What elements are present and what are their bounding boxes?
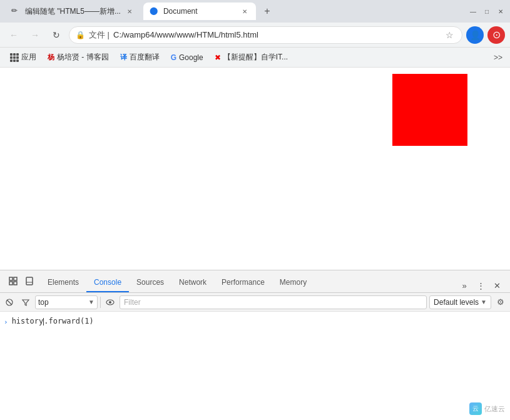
tab-blog-title: 编辑随笔 "HTML5——新增... bbox=[25, 6, 121, 17]
url-prefix: 文件 | bbox=[89, 29, 110, 41]
bookmark-blog[interactable]: 杨 杨培贤 - 博客园 bbox=[43, 50, 114, 65]
tab-document-favicon: ⬤ bbox=[150, 6, 160, 16]
bookmark-xtx-label: 【新提醒】自学IT... bbox=[223, 52, 288, 63]
console-gear-button[interactable]: ⚙ bbox=[494, 295, 507, 309]
console-eye-button[interactable] bbox=[103, 295, 117, 309]
close-button[interactable]: ✕ bbox=[496, 7, 505, 16]
bookmark-apps-label: 应用 bbox=[21, 52, 36, 63]
devtools-inspect-button[interactable] bbox=[6, 274, 20, 288]
devtools-right-icons: » ⋮ ✕ bbox=[454, 279, 507, 292]
console-levels-selector[interactable]: Default levels ▼ bbox=[429, 295, 491, 309]
devtools-tab-memory[interactable]: Memory bbox=[272, 274, 314, 292]
reload-icon: ↻ bbox=[53, 30, 60, 40]
url-box[interactable]: 🔒 文件 | C:/wamp64/www/www/HTML/html5.html… bbox=[69, 26, 462, 44]
bookmark-google-label: Google bbox=[179, 53, 203, 62]
minimize-button[interactable]: — bbox=[469, 7, 477, 16]
devtools-tab-elements[interactable]: Elements bbox=[40, 274, 86, 292]
profile-icon: 👤 bbox=[470, 30, 481, 40]
page-content bbox=[0, 68, 510, 232]
console-context-selector[interactable]: top ▼ bbox=[35, 295, 98, 309]
console-levels-label: Default levels bbox=[434, 298, 479, 307]
bookmark-translate-favicon: 译 bbox=[120, 53, 127, 62]
svg-rect-3 bbox=[14, 282, 17, 285]
console-input-arrow: › bbox=[4, 315, 8, 328]
watermark-logo: 云 bbox=[469, 402, 482, 415]
svg-rect-0 bbox=[9, 277, 13, 280]
tab-blog-favicon: ✏ bbox=[11, 6, 21, 16]
bookmarks-more[interactable]: >> bbox=[491, 53, 505, 62]
chrome-menu-button[interactable]: ⊙ bbox=[487, 26, 505, 44]
forward-button[interactable]: → bbox=[26, 26, 44, 44]
chrome-menu-icon: ⊙ bbox=[492, 29, 501, 41]
bookmarks-bar: 应用 杨 杨培贤 - 博客园 译 百度翻译 G Google ✖ 【新提醒】自学… bbox=[0, 48, 510, 68]
devtools-tab-performance[interactable]: Performance bbox=[214, 274, 272, 292]
svg-point-9 bbox=[109, 301, 111, 304]
url-secure-icon: 🔒 bbox=[76, 31, 85, 39]
watermark-text: 亿速云 bbox=[484, 404, 505, 414]
console-filter-toggle-button[interactable] bbox=[19, 295, 33, 309]
bookmark-google[interactable]: G Google bbox=[166, 50, 208, 65]
tab-blog[interactable]: ✏ 编辑随笔 "HTML5——新增... ✕ bbox=[5, 3, 141, 20]
title-bar: ✏ 编辑随笔 "HTML5——新增... ✕ ⬤ Document ✕ + — … bbox=[0, 0, 510, 23]
tab-blog-close[interactable]: ✕ bbox=[125, 6, 135, 16]
devtools-tab-console[interactable]: Console bbox=[86, 274, 129, 292]
svg-rect-2 bbox=[9, 282, 13, 285]
new-tab-button[interactable]: + bbox=[258, 3, 276, 20]
address-bar: ← → ↻ 🔒 文件 | C:/wamp64/www/www/HTML/html… bbox=[0, 23, 510, 48]
console-toolbar-divider bbox=[100, 297, 101, 308]
devtools-tab-network[interactable]: Network bbox=[171, 274, 214, 292]
new-tab-icon: + bbox=[264, 6, 270, 17]
tab-document-close[interactable]: ✕ bbox=[240, 6, 250, 16]
devtools-tabs-bar: Elements Console Sources Network Perform… bbox=[0, 270, 510, 293]
bookmarks-more-icon: >> bbox=[494, 53, 502, 62]
bookmark-translate-label: 百度翻译 bbox=[130, 52, 160, 63]
forward-arrow-icon: → bbox=[31, 30, 39, 40]
console-levels-chevron: ▼ bbox=[481, 299, 487, 305]
console-gear-icon: ⚙ bbox=[497, 297, 504, 307]
bookmark-star-icon[interactable]: ☆ bbox=[443, 29, 456, 41]
maximize-button[interactable]: □ bbox=[482, 7, 491, 16]
svg-line-7 bbox=[7, 300, 12, 305]
devtools-settings-icon: ⋮ bbox=[477, 281, 485, 290]
console-filter-placeholder: Filter bbox=[124, 298, 141, 307]
devtools-tab-sources[interactable]: Sources bbox=[129, 274, 171, 292]
console-context-label: top bbox=[38, 298, 87, 307]
devtools-more-icon: » bbox=[462, 281, 466, 290]
devtools-close-icon: ✕ bbox=[494, 281, 501, 290]
bookmark-blog-label: 杨培贤 - 博客园 bbox=[57, 52, 109, 63]
devtools-panel: Elements Console Sources Network Perform… bbox=[0, 270, 510, 420]
profile-button[interactable]: 👤 bbox=[466, 26, 484, 44]
devtools-device-button[interactable] bbox=[23, 274, 36, 288]
console-context-chevron: ▼ bbox=[88, 299, 94, 305]
console-toolbar: top ▼ Filter Default levels ▼ ⚙ bbox=[0, 293, 510, 312]
svg-rect-4 bbox=[26, 277, 33, 285]
bookmark-xin-ti-xing[interactable]: ✖ 【新提醒】自学IT... bbox=[210, 50, 293, 65]
console-clear-button[interactable] bbox=[3, 295, 16, 309]
tab-document-title: Document bbox=[163, 7, 236, 16]
svg-rect-1 bbox=[14, 277, 17, 280]
apps-grid-icon bbox=[10, 53, 19, 62]
console-filter-input[interactable]: Filter bbox=[120, 295, 427, 309]
bookmark-xtx-favicon: ✖ bbox=[215, 53, 221, 62]
reload-button[interactable]: ↻ bbox=[48, 26, 65, 44]
tab-document[interactable]: ⬤ Document ✕ bbox=[143, 3, 256, 20]
bookmark-translate[interactable]: 译 百度翻译 bbox=[115, 50, 165, 65]
devtools-settings-button[interactable]: ⋮ bbox=[474, 279, 487, 292]
back-button[interactable]: ← bbox=[5, 26, 23, 44]
watermark: 云 亿速云 bbox=[469, 402, 505, 415]
back-arrow-icon: ← bbox=[9, 30, 18, 40]
console-input-text: history.forward(1) bbox=[12, 315, 94, 327]
red-square bbox=[392, 74, 467, 146]
devtools-more-button[interactable]: » bbox=[457, 279, 471, 292]
url-text[interactable]: C:/wamp64/www/www/HTML/html5.html bbox=[113, 30, 439, 39]
bookmark-apps[interactable]: 应用 bbox=[5, 50, 41, 65]
bookmark-blog-favicon: 杨 bbox=[48, 53, 54, 62]
console-line-1: › history.forward(1) bbox=[0, 314, 510, 329]
window-controls: — □ ✕ bbox=[469, 7, 505, 16]
devtools-close-button[interactable]: ✕ bbox=[490, 279, 504, 292]
console-output: › history.forward(1) bbox=[0, 312, 510, 420]
devtools-left-icons bbox=[3, 270, 40, 292]
bookmark-google-favicon: G bbox=[171, 53, 176, 62]
